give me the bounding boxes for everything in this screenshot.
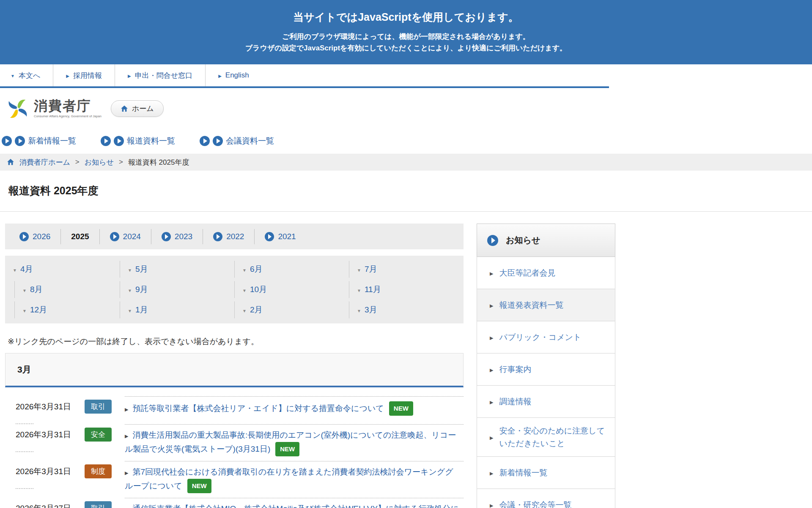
triangle-down-icon [11, 71, 15, 80]
quick-link-press-materials[interactable]: 報道資料一覧 [101, 135, 175, 146]
nav-item-english[interactable]: English [205, 64, 261, 86]
circle-play-icon [487, 235, 498, 246]
sidebar-item-label: 会議・研究会等一覧 [499, 499, 571, 508]
title-cell: 第7回現代社会における消費者取引の在り方を踏まえた消費者契約法検討会ワーキンググ… [125, 461, 464, 498]
quick-links-row: 新着情報一覧 報道資料一覧 会議資料一覧 [0, 129, 812, 154]
page-title: 報道資料 2025年度 [8, 184, 812, 198]
site-subtitle: Consumer Affairs Agency, Government of J… [34, 114, 102, 118]
quick-link-meeting-materials[interactable]: 会議資料一覧 [200, 135, 274, 146]
year-tab-2021[interactable]: 2021 [255, 229, 306, 244]
month-label: 11月 [365, 284, 381, 295]
year-tab-2023[interactable]: 2023 [151, 229, 203, 244]
month-link-november[interactable]: 11月 [349, 281, 464, 298]
quick-link-label: 新着情報一覧 [28, 135, 76, 146]
sidebar-news: お知らせ 大臣等記者会見 報道発表資料一覧 パブリック・コメント 行事案内 調達… [477, 224, 615, 508]
triangle-right-icon [125, 403, 128, 415]
badge-cell: 制度 [85, 461, 125, 478]
banner-title: 当サイトではJavaScriptを使用しております。 [0, 10, 812, 24]
badge-cell: 取引 [85, 498, 125, 508]
month-link-april[interactable]: 4月 [5, 261, 120, 278]
breadcrumb-separator: > [75, 158, 80, 166]
circle-play-icon [213, 232, 222, 241]
sidebar-item-press-release-list[interactable]: 報道発表資料一覧 [477, 289, 615, 321]
circle-play-icon [101, 136, 111, 146]
month-links-box: 4月 5月 6月 7月 8月 9月 10月 11月 12月 1月 2月 3月 [5, 256, 464, 323]
circle-play-icon [2, 136, 12, 146]
month-link-december[interactable]: 12月 [14, 301, 120, 318]
month-link-july[interactable]: 7月 [349, 261, 464, 278]
month-link-august[interactable]: 8月 [14, 281, 120, 298]
site-logo[interactable]: 消費者庁 Consumer Affairs Agency, Government… [6, 97, 102, 121]
circle-play-icon [110, 232, 119, 241]
badge-cell: 取引 [85, 396, 125, 414]
triangle-right-icon [66, 71, 69, 80]
quick-link-new-info[interactable]: 新着情報一覧 [2, 135, 76, 146]
category-badge: 制度 [85, 464, 112, 478]
news-link[interactable]: 通信販売業者【株式会社MIO、株式会社Meilie及び株式会社WELLVY】に対… [125, 504, 459, 508]
breadcrumb-link-home[interactable]: 消費者庁ホーム [19, 157, 70, 167]
home-icon [121, 105, 128, 113]
sidebar-item-procurement[interactable]: 調達情報 [477, 386, 615, 418]
month-label: 4月 [20, 264, 33, 275]
nav-item-recruit[interactable]: 採用情報 [53, 64, 115, 86]
month-label: 6月 [250, 264, 263, 275]
nav-item-label: 本文へ [19, 71, 40, 80]
month-label: 12月 [30, 304, 47, 315]
news-link[interactable]: 第7回現代社会における消費者取引の在り方を踏まえた消費者契約法検討会ワーキンググ… [125, 467, 453, 490]
month-link-october[interactable]: 10月 [234, 281, 349, 298]
triangle-down-icon [13, 265, 17, 274]
year-tab-2022[interactable]: 2022 [203, 229, 255, 244]
home-button[interactable]: ホーム [111, 100, 164, 117]
triangle-right-icon [490, 363, 493, 376]
month-link-june[interactable]: 6月 [234, 261, 349, 278]
month-link-may[interactable]: 5月 [120, 261, 234, 278]
triangle-down-icon [242, 285, 247, 294]
nav-item-label: 採用情報 [73, 71, 102, 80]
sidebar-item-safety-notice[interactable]: 安全・安心のために注意していただきたいこと [477, 418, 615, 457]
breadcrumb-link-news[interactable]: お知らせ [85, 157, 114, 167]
logo-text: 消費者庁 Consumer Affairs Agency, Government… [34, 99, 102, 118]
triangle-down-icon [357, 285, 361, 294]
month-label: 7月 [365, 264, 377, 275]
site-name: 消費者庁 [34, 99, 102, 113]
sidebar-item-label: パブリック・コメント [499, 331, 581, 344]
month-link-january[interactable]: 1月 [120, 301, 234, 318]
nav-item-contact[interactable]: 申出・問合せ窓口 [115, 64, 205, 86]
sidebar-item-public-comment[interactable]: パブリック・コメント [477, 321, 615, 353]
triangle-down-icon [128, 265, 132, 274]
nav-item-skip-to-content[interactable]: 本文へ [0, 64, 53, 86]
year-tab-2026[interactable]: 2026 [9, 229, 61, 244]
sidebar-title: お知らせ [506, 235, 540, 246]
month-label: 3月 [365, 304, 377, 315]
month-link-march[interactable]: 3月 [349, 301, 464, 318]
news-row: 2026年3月31日 取引 預託等取引業者【株式会社リア・エイド】に対する措置命… [5, 396, 464, 424]
breadcrumb-current: 報道資料 2025年度 [128, 157, 189, 167]
banner-line-1: ご利用のブラウザ環境によっては、機能が一部限定される場合があります。 [0, 32, 812, 42]
news-row: 2026年3月31日 安全 消費生活用製品の重大製品事故:長期使用のエアコン(室… [5, 424, 464, 461]
news-link[interactable]: 預託等取引業者【株式会社リア・エイド】に対する措置命令について [132, 404, 384, 413]
month-label: 1月 [135, 304, 148, 315]
triangle-down-icon [242, 305, 247, 315]
utility-nav: 本文へ 採用情報 申出・問合せ窓口 English [0, 64, 609, 88]
quick-link-label: 会議資料一覧 [226, 135, 274, 146]
sidebar-item-events[interactable]: 行事案内 [477, 353, 615, 386]
sidebar-item-press-conference[interactable]: 大臣等記者会見 [477, 257, 615, 289]
title-cell: 通信販売業者【株式会社MIO、株式会社Meilie及び株式会社WELLVY】に対… [125, 498, 464, 508]
banner-line-2: ブラウザの設定でJavaScriptを有効にしていただくことにより、より快適にご… [0, 43, 812, 54]
year-tab-2024[interactable]: 2024 [100, 229, 151, 244]
month-label: 9月 [135, 284, 148, 295]
page-title-bar: 報道資料 2025年度 [0, 171, 812, 212]
news-date: 2026年3月31日 [16, 461, 85, 489]
nav-item-label: English [225, 71, 249, 80]
news-date: 2026年3月27日 [16, 498, 85, 508]
year-tab-2025-current: 2025 [61, 229, 99, 244]
month-link-september[interactable]: 9月 [120, 281, 234, 298]
home-icon [7, 158, 14, 166]
sidebar-item-new-info-list[interactable]: 新着情報一覧 [477, 457, 615, 489]
content-area: 2026 2025 2024 2023 2022 2021 [0, 212, 812, 508]
sidebar-item-meetings-list[interactable]: 会議・研究会等一覧 [477, 489, 615, 508]
news-row: 2026年3月27日 取引 通信販売業者【株式会社MIO、株式会社Meilie及… [5, 498, 464, 508]
news-date: 2026年3月31日 [16, 424, 85, 452]
month-link-february[interactable]: 2月 [234, 301, 349, 318]
new-badge: NEW [187, 479, 211, 493]
